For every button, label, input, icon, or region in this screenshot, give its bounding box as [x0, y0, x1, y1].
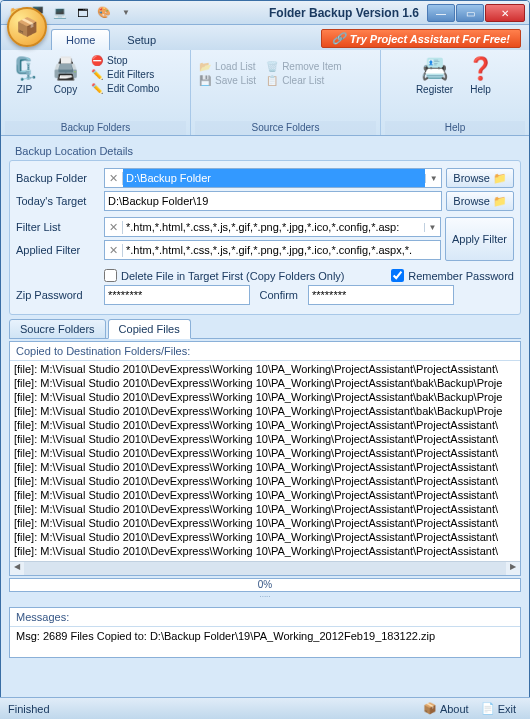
remove-item-button[interactable]: 🗑️Remove Item	[262, 60, 345, 73]
save-icon: 💾	[199, 75, 211, 86]
load-list-button[interactable]: 📂Load List	[195, 60, 260, 73]
confirm-password-input[interactable]	[309, 286, 453, 304]
qat-icon-3[interactable]: 💻	[53, 6, 67, 20]
qat-icon-4[interactable]: 🗔	[75, 6, 89, 20]
clear-filter-list-icon[interactable]: ✕	[105, 221, 123, 234]
applied-filter-label: Applied Filter	[16, 244, 100, 256]
exit-button[interactable]: 📄Exit	[475, 701, 522, 716]
log-row[interactable]: [file]: M:\Visual Studio 2010\DevExpress…	[12, 474, 518, 488]
tab-source-folders[interactable]: Soucre Folders	[9, 319, 106, 339]
folder-icon: 📁	[493, 195, 507, 208]
exit-icon: 📄	[481, 702, 495, 715]
browse-target-button[interactable]: Browse📁	[446, 191, 514, 211]
resize-grip[interactable]: ·····	[9, 592, 521, 601]
log-header: Copied to Destination Folders/Files:	[10, 342, 520, 361]
filter-list-input[interactable]	[123, 218, 424, 236]
confirm-label: Confirm	[254, 289, 304, 301]
log-row[interactable]: [file]: M:\Visual Studio 2010\DevExpress…	[12, 502, 518, 516]
clear-icon: 📋	[266, 75, 278, 86]
log-row[interactable]: [file]: M:\Visual Studio 2010\DevExpress…	[12, 460, 518, 474]
copy-icon: 🖨️	[52, 54, 79, 84]
log-body[interactable]: [file]: M:\Visual Studio 2010\DevExpress…	[10, 361, 520, 561]
backup-folder-input-wrap: ✕ ▼	[104, 168, 442, 188]
group-label-help: Help	[385, 121, 525, 135]
tab-setup[interactable]: Setup	[112, 29, 171, 50]
link-icon: 🔗	[332, 32, 346, 45]
log-row[interactable]: [file]: M:\Visual Studio 2010\DevExpress…	[12, 516, 518, 530]
minimize-button[interactable]: —	[427, 4, 455, 22]
folder-icon: 📁	[493, 172, 507, 185]
details-group: Backup Folder ✕ ▼ Browse📁 Today's Target…	[9, 160, 521, 315]
edit-combo-button[interactable]: ✏️Edit Combo	[87, 82, 163, 95]
log-row[interactable]: [file]: M:\Visual Studio 2010\DevExpress…	[12, 390, 518, 404]
bottom-tabs: Soucre Folders Copied Files	[9, 319, 521, 339]
edit-filters-button[interactable]: ✏️Edit Filters	[87, 68, 163, 81]
zip-password-input[interactable]	[105, 286, 249, 304]
filter-list-label: Filter List	[16, 221, 100, 233]
help-button[interactable]: ❓Help	[461, 52, 500, 97]
copy-button[interactable]: 🖨️Copy	[46, 52, 85, 97]
zip-password-label: Zip Password	[16, 289, 100, 301]
browse-backup-button[interactable]: Browse📁	[446, 168, 514, 188]
stop-button[interactable]: ⛔Stop	[87, 54, 163, 67]
target-input[interactable]	[105, 192, 441, 210]
clear-list-button[interactable]: 📋Clear List	[262, 74, 345, 87]
close-button[interactable]: ✕	[485, 4, 525, 22]
log-row[interactable]: [file]: M:\Visual Studio 2010\DevExpress…	[12, 418, 518, 432]
apply-filter-button[interactable]: Apply Filter	[445, 217, 514, 261]
tab-home[interactable]: Home	[51, 29, 110, 50]
stop-icon: ⛔	[91, 55, 103, 66]
zip-button[interactable]: 🗜️ZIP	[5, 52, 44, 97]
ribbon-body: 🗜️ZIP 🖨️Copy ⛔Stop ✏️Edit Filters ✏️Edit…	[1, 50, 529, 136]
backup-folder-input[interactable]	[123, 169, 425, 187]
register-icon: 📇	[421, 54, 448, 84]
log-row[interactable]: [file]: M:\Visual Studio 2010\DevExpress…	[12, 432, 518, 446]
log-row[interactable]: [file]: M:\Visual Studio 2010\DevExpress…	[12, 488, 518, 502]
group-label-source: Source Folders	[195, 121, 376, 135]
qat-icon-5[interactable]: 🎨	[97, 6, 111, 20]
clear-backup-folder-icon[interactable]: ✕	[105, 172, 123, 185]
load-icon: 📂	[199, 61, 211, 72]
help-icon: ❓	[467, 54, 494, 84]
maximize-button[interactable]: ▭	[456, 4, 484, 22]
remove-icon: 🗑️	[266, 61, 278, 72]
backup-folder-label: Backup Folder	[16, 172, 100, 184]
target-label: Today's Target	[16, 195, 100, 207]
delete-first-checkbox[interactable]: Delete File in Target First (Copy Folder…	[104, 269, 345, 282]
status-text: Finished	[8, 703, 50, 715]
promo-banner[interactable]: 🔗 Try Project Assistant For Free!	[321, 29, 521, 48]
chevron-down-icon[interactable]: ▼	[424, 223, 440, 232]
tab-copied-files[interactable]: Copied Files	[108, 319, 191, 339]
remember-password-checkbox[interactable]: Remember Password	[391, 269, 514, 282]
about-icon: 📦	[423, 702, 437, 715]
about-button[interactable]: 📦About	[417, 701, 475, 716]
applied-filter-input[interactable]	[123, 241, 440, 259]
chevron-down-icon[interactable]: ▼	[425, 174, 441, 183]
messages-header: Messages:	[10, 608, 520, 627]
group-label-backup: Backup Folders	[5, 121, 186, 135]
messages-text: Msg: 2689 Files Copied to: D:\Backup Fol…	[10, 627, 520, 657]
log-list: Copied to Destination Folders/Files: [fi…	[9, 341, 521, 576]
app-menu-icon[interactable]: 📦	[7, 7, 47, 47]
qat-dropdown-icon[interactable]: ▼	[119, 6, 133, 20]
clear-applied-filter-icon[interactable]: ✕	[105, 244, 123, 257]
log-row[interactable]: [file]: M:\Visual Studio 2010\DevExpress…	[12, 404, 518, 418]
log-row[interactable]: [file]: M:\Visual Studio 2010\DevExpress…	[12, 376, 518, 390]
log-row[interactable]: [file]: M:\Visual Studio 2010\DevExpress…	[12, 362, 518, 376]
pencil-icon: ✏️	[91, 69, 103, 80]
log-row[interactable]: [file]: M:\Visual Studio 2010\DevExpress…	[12, 530, 518, 544]
details-title: Backup Location Details	[9, 142, 521, 160]
save-list-button[interactable]: 💾Save List	[195, 74, 260, 87]
progress-bar: 0%	[9, 578, 521, 592]
log-row[interactable]: [file]: M:\Visual Studio 2010\DevExpress…	[12, 544, 518, 558]
log-row[interactable]: [file]: M:\Visual Studio 2010\DevExpress…	[12, 446, 518, 460]
statusbar: Finished 📦About 📄Exit	[0, 697, 530, 719]
pencil-icon: ✏️	[91, 83, 103, 94]
messages-box: Messages: Msg: 2689 Files Copied to: D:\…	[9, 607, 521, 658]
register-button[interactable]: 📇Register	[410, 52, 459, 97]
horizontal-scrollbar[interactable]: ◀▶	[10, 561, 520, 575]
zip-icon: 🗜️	[11, 54, 38, 84]
ribbon-tabs: 📦 Home Setup 🔗 Try Project Assistant For…	[1, 25, 529, 50]
